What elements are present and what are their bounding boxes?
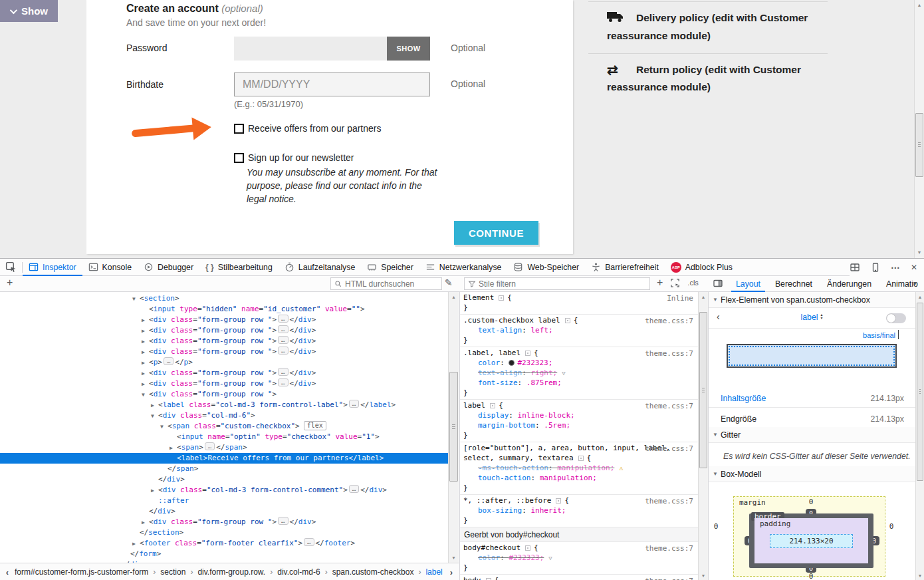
breadcrumb-item[interactable]: label	[425, 567, 442, 577]
box-model-content[interactable]: 214.133×20	[770, 534, 853, 548]
rule-source-link[interactable]: theme.css:7	[645, 444, 693, 453]
toggle-classes-button[interactable]: .cls	[687, 279, 699, 287]
rule-selector[interactable]: *, ::after, ::before	[463, 496, 551, 505]
ellipsis-badge[interactable]: …	[205, 442, 215, 450]
markup-node-row[interactable]: ▶<div class="form-group row ">…</div>	[0, 368, 448, 378]
markup-node-row[interactable]: </form>	[0, 549, 448, 559]
rule-selector[interactable]: .custom-checkbox label	[463, 316, 560, 325]
ellipsis-badge[interactable]: …	[278, 378, 288, 386]
page-scrollbar[interactable]: ▲ ▼	[914, 0, 924, 258]
box-model-margin[interactable]: margin 0 0 0 0 0 0 0 0 0 0 border paddin…	[733, 496, 885, 577]
continue-button[interactable]: CONTINUE	[454, 221, 538, 245]
flex-badge[interactable]: flex	[304, 421, 326, 430]
css-declaration[interactable]: margin-bottom: .5rem;	[460, 420, 698, 430]
scroll-down-icon[interactable]: ▼	[699, 571, 708, 580]
flex-highlight-toggle[interactable]	[886, 313, 906, 323]
scroll-down-icon[interactable]: ▼	[449, 553, 459, 563]
ellipsis-badge[interactable]: …	[164, 357, 173, 365]
markup-node-row[interactable]: ▶<div class="form-group row ">…</div>	[0, 347, 448, 357]
scrollbar-thumb[interactable]	[915, 113, 923, 177]
breadcrumb-item[interactable]: form#customer-form.js-customer-form	[15, 567, 148, 577]
markup-node-row[interactable]: ▶<label class="col-md-3 form-control-lab…	[0, 400, 448, 410]
rule-source-link[interactable]: theme.css:7	[645, 543, 693, 553]
breadcrumb-left-icon[interactable]: ‹	[0, 567, 15, 577]
birthdate-input[interactable]	[234, 72, 430, 96]
rule-selector[interactable]: [role="button"], a, area, button, input,…	[463, 444, 670, 452]
markup-node-row[interactable]: ▶<div class="form-group row ">…</div>	[0, 315, 448, 325]
ellipsis-badge[interactable]: …	[304, 538, 314, 546]
html-search-input[interactable]	[345, 279, 438, 289]
scroll-up-icon[interactable]: ▲	[699, 292, 708, 302]
scrollbar-thumb[interactable]	[917, 303, 923, 481]
content-size-label[interactable]: Inhaltsgröße	[721, 394, 766, 403]
twisty-icon[interactable]: ▼	[160, 422, 168, 432]
partner-offers-label[interactable]: Receive offers from our partners	[248, 123, 382, 134]
delivery-policy-item[interactable]: Delivery policy (edit with Customer reas…	[607, 9, 810, 44]
show-overlay-button[interactable]: Show	[0, 0, 58, 22]
margin-right-value[interactable]: 0	[887, 522, 896, 531]
css-declaration[interactable]: font-size: .875rem;	[460, 378, 698, 388]
selector-highlighter-icon[interactable]	[499, 295, 504, 301]
selector-highlighter-icon[interactable]	[556, 498, 561, 504]
rule-source-link[interactable]: theme.css:7	[645, 401, 693, 410]
layout-scrollbar[interactable]: ▲ ▼	[915, 292, 924, 580]
margin-left-value[interactable]: 0	[711, 522, 721, 531]
breadcrumb-item[interactable]: span.custom-checkbox	[332, 567, 414, 577]
ellipsis-badge[interactable]: …	[278, 315, 288, 323]
scroll-up-icon[interactable]: ▲	[915, 0, 924, 10]
sidebar-tab-berechnet[interactable]: Berechnet	[768, 276, 820, 292]
rule-source-link[interactable]: Inline	[667, 293, 693, 303]
password-input[interactable]	[234, 37, 387, 61]
meatball-menu-icon[interactable]: ⋯	[891, 262, 901, 273]
markup-node-row[interactable]: <label>Receive offers from our partners<…	[0, 453, 448, 464]
markup-node-row[interactable]: ▶<div class="form-group row ">…</div>	[0, 336, 448, 347]
sidebar-tab-animatio[interactable]: Animatio	[879, 276, 924, 292]
tab-debugger[interactable]: Debugger	[138, 259, 199, 275]
markup-node-row[interactable]: </section>	[0, 527, 448, 538]
ellipsis-badge[interactable]: …	[278, 325, 288, 333]
markup-node-row[interactable]: ▼<div class="col-md-6">	[0, 410, 448, 421]
rule-selector[interactable]: body	[463, 576, 481, 580]
newsletter-label[interactable]: Sign up for our newsletter	[248, 152, 354, 163]
breadcrumb-item[interactable]: div.col-md-6	[277, 567, 320, 577]
scroll-up-icon[interactable]: ▲	[916, 292, 924, 302]
add-node-icon[interactable]: +	[7, 277, 13, 289]
css-declaration[interactable]: box-sizing: inherit;	[460, 506, 698, 515]
tab-barrierefreiheit[interactable]: Barrierefreiheit	[585, 259, 665, 275]
flex-item-selector[interactable]: label▲▼	[709, 313, 915, 322]
box-model-border[interactable]: border padding 214.133×20	[749, 513, 873, 568]
ellipsis-badge[interactable]: …	[349, 400, 359, 408]
overridden-filter-icon[interactable]: ▽	[548, 555, 552, 561]
markup-node-row[interactable]: ▶<div class="form-group row ">…</div>	[0, 378, 448, 389]
css-declaration[interactable]: -ms-touch-action: manipulation;⚠	[460, 463, 698, 473]
box-model-padding[interactable]: padding 214.133×20	[754, 518, 868, 563]
css-declaration[interactable]: color: #232323;▽	[460, 553, 698, 563]
css-declaration[interactable]: display: inline-block;	[460, 410, 698, 420]
pen-icon[interactable]: ✎	[445, 277, 453, 288]
return-policy-item[interactable]: ⇄Return policy (edit with Customer reass…	[607, 61, 810, 95]
margin-bottom-value[interactable]: 0	[806, 572, 816, 580]
tab-laufzeitanalyse[interactable]: Laufzeitanalyse	[279, 259, 361, 275]
html-search-box[interactable]	[330, 277, 442, 290]
selector-highlighter-icon[interactable]	[525, 351, 530, 356]
rule-selector[interactable]: body#checkout	[463, 543, 520, 552]
markup-node-row[interactable]: <input type="hidden" name="id_customer" …	[0, 304, 448, 315]
breadcrumb-item[interactable]: div.form-group.row.	[197, 567, 265, 577]
markup-scrollbar[interactable]: ▲ ▼	[448, 292, 459, 563]
scroll-up-icon[interactable]: ▲	[449, 292, 459, 302]
rule-source-link[interactable]: theme.css:7	[645, 316, 693, 325]
responsive-mode-icon[interactable]	[870, 262, 881, 273]
markup-node-row[interactable]: <input name="optin" type="checkbox" valu…	[0, 432, 448, 442]
twisty-icon[interactable]: ▶	[142, 358, 149, 368]
markup-node-row[interactable]: ▼<div class="form-group row ">	[0, 389, 448, 400]
twisty-icon[interactable]: ▶	[151, 486, 158, 496]
sidebar-tab--nderungen[interactable]: Änderungen	[820, 276, 879, 292]
breadcrumb-item[interactable]: section	[160, 567, 185, 577]
ellipsis-badge[interactable]: …	[278, 368, 288, 376]
selector-highlighter-icon[interactable]	[490, 403, 495, 408]
rule-selector[interactable]: label	[463, 401, 485, 410]
markup-node-row[interactable]: </span>	[0, 464, 448, 474]
tab-stilbearbeitung[interactable]: { }Stilbearbeitung	[199, 259, 279, 275]
close-devtools-icon[interactable]: ✕	[911, 263, 917, 272]
selector-highlighter-icon[interactable]	[525, 545, 530, 551]
